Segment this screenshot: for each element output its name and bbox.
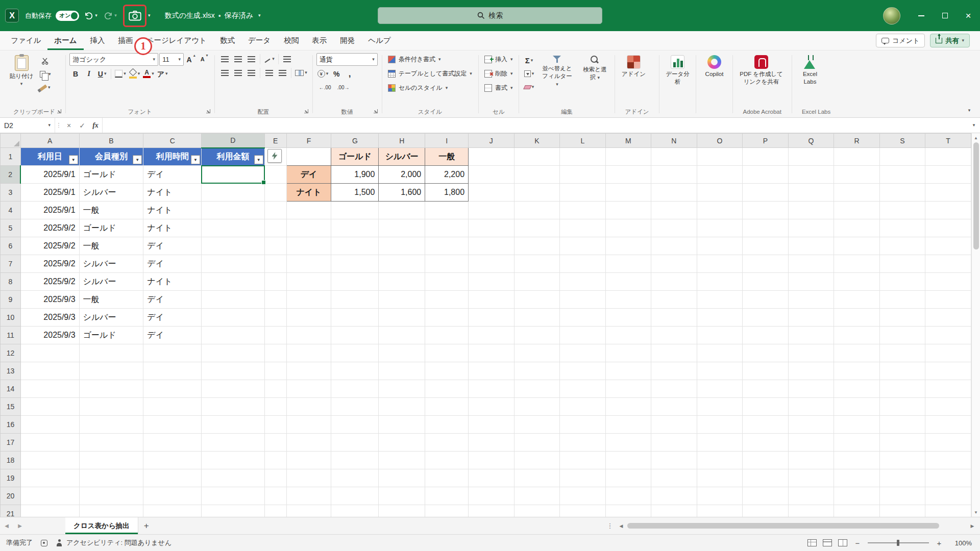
camera-dropdown-caret[interactable]: ▾ <box>148 13 151 18</box>
cell-F7[interactable] <box>286 255 331 273</box>
cell-Q18[interactable] <box>788 452 834 469</box>
cell-Q5[interactable] <box>788 219 834 237</box>
cell-H15[interactable] <box>379 398 425 416</box>
row-header-18[interactable]: 18 <box>1 452 21 469</box>
cell-L16[interactable] <box>560 416 606 434</box>
excel-logo-icon[interactable]: X <box>5 9 19 22</box>
cell-H18[interactable] <box>379 452 425 469</box>
column-header-H[interactable]: H <box>379 134 425 148</box>
cell-G5[interactable] <box>331 219 379 237</box>
cell-N11[interactable] <box>651 327 697 344</box>
cell-R15[interactable] <box>834 398 880 416</box>
name-box-divider[interactable]: ⋮ <box>55 118 62 133</box>
dialog-launcher-icon[interactable] <box>206 109 211 114</box>
cell-G14[interactable] <box>331 380 379 398</box>
analyze-data-button[interactable]: データ分析 <box>663 53 692 87</box>
cell-J1[interactable] <box>469 148 514 166</box>
cell-P8[interactable] <box>743 273 789 291</box>
cell-S15[interactable] <box>879 398 925 416</box>
cell-B19[interactable] <box>79 469 143 487</box>
cell-Q17[interactable] <box>788 434 834 452</box>
cell-L1[interactable] <box>560 148 606 166</box>
autosave-toggle[interactable]: 自動保存 オン <box>25 11 79 21</box>
cell-Q10[interactable] <box>788 309 834 327</box>
cell-M18[interactable] <box>605 452 651 469</box>
formula-bar-expand-button[interactable]: ▾ <box>968 118 980 133</box>
cell-F13[interactable] <box>286 362 331 380</box>
percent-style-button[interactable]: % <box>330 68 342 80</box>
cell-G3[interactable]: 1,500 <box>331 184 379 202</box>
cell-N18[interactable] <box>651 452 697 469</box>
cell-B6[interactable]: 一般 <box>79 237 143 255</box>
cell-I14[interactable] <box>425 380 469 398</box>
cell-B17[interactable] <box>79 434 143 452</box>
cell-K2[interactable] <box>514 166 560 184</box>
cell-B16[interactable] <box>79 416 143 434</box>
cell-T12[interactable] <box>925 344 971 362</box>
cell-C3[interactable]: ナイト <box>143 184 202 202</box>
row-header-20[interactable]: 20 <box>1 487 21 505</box>
tab-insert[interactable]: 挿入 <box>84 31 112 50</box>
cell-L2[interactable] <box>560 166 606 184</box>
cell-R4[interactable] <box>834 202 880 219</box>
cell-K14[interactable] <box>514 380 560 398</box>
cell-F4[interactable] <box>286 202 331 219</box>
increase-font-button[interactable]: A▴ <box>185 54 197 65</box>
column-header-A[interactable]: A <box>20 134 79 148</box>
cell-F18[interactable] <box>286 452 331 469</box>
cell-T11[interactable] <box>925 327 971 344</box>
cell-Q4[interactable] <box>788 202 834 219</box>
cell-F2[interactable]: デイ <box>286 166 331 184</box>
cell-D6[interactable] <box>202 237 265 255</box>
cell-F16[interactable] <box>286 416 331 434</box>
cell-N19[interactable] <box>651 469 697 487</box>
cell-E11[interactable] <box>264 327 286 344</box>
cell-T10[interactable] <box>925 309 971 327</box>
cell-Q3[interactable] <box>788 184 834 202</box>
cell-E2[interactable] <box>264 166 286 184</box>
cell-G2[interactable]: 1,900 <box>331 166 379 184</box>
row-header-2[interactable]: 2 <box>1 166 21 184</box>
cell-S20[interactable] <box>879 487 925 505</box>
cell-H9[interactable] <box>379 291 425 309</box>
zoom-slider[interactable] <box>868 542 929 543</box>
tab-review[interactable]: 校閲 <box>277 31 305 50</box>
cell-R17[interactable] <box>834 434 880 452</box>
column-header-C[interactable]: C <box>143 134 202 148</box>
cell-R12[interactable] <box>834 344 880 362</box>
cell-G1[interactable]: ゴールド <box>331 148 379 166</box>
row-header-8[interactable]: 8 <box>1 273 21 291</box>
cell-J2[interactable] <box>469 166 514 184</box>
cell-M7[interactable] <box>605 255 651 273</box>
filter-button[interactable]: ▼ <box>191 155 200 164</box>
cell-H4[interactable] <box>379 202 425 219</box>
cell-O20[interactable] <box>697 487 743 505</box>
cancel-entry-button[interactable]: × <box>62 118 76 133</box>
cell-L4[interactable] <box>560 202 606 219</box>
cell-J21[interactable] <box>469 505 514 517</box>
document-title[interactable]: 数式の生成.xlsx • 保存済み ▾ <box>165 11 261 20</box>
cell-L15[interactable] <box>560 398 606 416</box>
phonetic-guide-button[interactable]: ア▾ <box>156 68 169 80</box>
cell-L18[interactable] <box>560 452 606 469</box>
cell-L19[interactable] <box>560 469 606 487</box>
cell-J20[interactable] <box>469 487 514 505</box>
tab-developer[interactable]: 開発 <box>333 31 361 50</box>
copy-button[interactable]: ▾ <box>39 68 52 80</box>
cell-G15[interactable] <box>331 398 379 416</box>
cell-A18[interactable] <box>20 452 79 469</box>
cell-Q20[interactable] <box>788 487 834 505</box>
vertical-scrollbar[interactable]: ▲ ▼ <box>971 133 980 517</box>
cell-J11[interactable] <box>469 327 514 344</box>
account-avatar[interactable] <box>883 7 900 24</box>
cell-E9[interactable] <box>264 291 286 309</box>
dialog-launcher-icon[interactable] <box>374 109 379 114</box>
cell-S21[interactable] <box>879 505 925 517</box>
cell-J10[interactable] <box>469 309 514 327</box>
cell-M5[interactable] <box>605 219 651 237</box>
cell-R13[interactable] <box>834 362 880 380</box>
cell-R2[interactable] <box>834 166 880 184</box>
cell-C11[interactable]: デイ <box>143 327 202 344</box>
cell-J14[interactable] <box>469 380 514 398</box>
wrap-text-button[interactable] <box>281 53 293 65</box>
